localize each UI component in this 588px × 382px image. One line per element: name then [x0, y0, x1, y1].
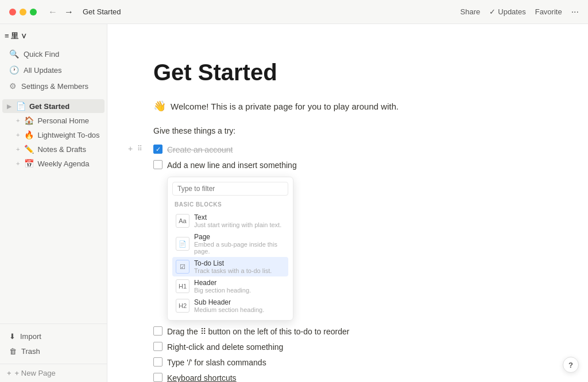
import-icon: ⬇: [9, 332, 16, 341]
content-area: Get Started 👋 Welcome! This is a private…: [107, 24, 588, 382]
sidebar-item-import[interactable]: ⬇ Import: [2, 329, 105, 344]
add-icon: +: [16, 117, 20, 124]
todo-text-keyboard-shortcuts: Keyboard shortcuts: [167, 372, 237, 382]
dropdown-item-desc: Track tasks with a to-do list.: [194, 267, 272, 274]
welcome-section: 👋 Welcome! This is a private page for yo…: [153, 100, 542, 112]
todo-item-slash-commands: Type '/' for slash commands: [153, 355, 542, 371]
page-label: Lightweight To-dos: [37, 131, 99, 139]
new-page-label: + New Page: [15, 369, 56, 377]
help-button[interactable]: ?: [563, 357, 579, 373]
add-icon: +: [16, 131, 20, 138]
close-button[interactable]: [9, 9, 16, 15]
sidebar-item-quick-find[interactable]: 🔍 Quick Find: [2, 46, 105, 61]
plus-icon: +: [7, 369, 11, 377]
expand-icon: ▶: [7, 132, 11, 138]
sidebar-item-get-started[interactable]: ▶ 📄 Get Started: [2, 99, 105, 113]
dropdown-item-name: Header: [194, 279, 251, 287]
welcome-text: Welcome! This is a private page for you …: [171, 102, 399, 111]
dropdown-item-header[interactable]: H1 Header Big section heading.: [172, 276, 288, 296]
updates-button[interactable]: ✓ Updates: [489, 7, 525, 16]
sidebar-item-personal-home[interactable]: ▶ + 🏠 Personal Home: [2, 114, 105, 127]
titlebar-actions: Share ✓ Updates Favorite ···: [461, 7, 579, 17]
sidebar-item-label: Settings & Members: [21, 82, 88, 91]
more-button[interactable]: ···: [571, 7, 579, 17]
favorite-button[interactable]: Favorite: [535, 7, 562, 16]
header-block-icon: H1: [176, 279, 189, 293]
try-label: Give these things a try:: [153, 126, 542, 135]
dropdown-item-text[interactable]: Aa Text Just start writing with plain te…: [172, 211, 288, 231]
page-title-header: Get Started: [83, 7, 121, 16]
fire-icon: 🔥: [24, 130, 34, 139]
new-page-button[interactable]: + + New Page: [0, 364, 107, 382]
todo-item-right-click: Right-click and delete something: [153, 340, 542, 355]
todo-checkbox-add-line[interactable]: [153, 160, 163, 169]
sidebar-item-settings[interactable]: ⚙ Settings & Members: [2, 79, 105, 93]
back-button[interactable]: ←: [46, 6, 60, 18]
main-layout: ≡ 里 ∨ 🔍 Quick Find 🕐 All Updates ⚙ Setti…: [0, 24, 588, 382]
dropdown-item-name: Sub Header: [194, 298, 264, 306]
todo-checkbox-slash-commands[interactable]: [153, 357, 163, 367]
workspace-name: ≡ 里 ∨: [5, 31, 27, 41]
share-button[interactable]: Share: [461, 7, 481, 16]
search-icon: 🔍: [9, 49, 19, 59]
workspace-header[interactable]: ≡ 里 ∨: [0, 29, 107, 44]
calendar-icon: 📅: [24, 159, 34, 168]
todo-text-create-account: Create an account: [167, 144, 233, 156]
home-icon: 🏠: [24, 116, 34, 125]
maximize-button[interactable]: [30, 9, 37, 15]
titlebar: ← → Get Started Share ✓ Updates Favorite…: [0, 0, 588, 24]
dropdown-item-name: To-do List: [194, 259, 272, 267]
page-title: Get Started: [153, 59, 542, 86]
page-icon: 📄: [16, 102, 26, 111]
insert-dropdown: BASIC BLOCKS Aa Text Just start writing …: [167, 177, 293, 321]
dropdown-item-subheader[interactable]: H2 Sub Header Medium section heading.: [172, 296, 288, 315]
trash-icon: 🗑: [9, 347, 17, 356]
drag-handle-icon[interactable]: ⠿: [137, 145, 142, 153]
gear-icon: ⚙: [9, 81, 17, 91]
dropdown-item-desc: Just start writing with plain text.: [194, 221, 281, 228]
keyboard-shortcuts-link[interactable]: Keyboard shortcuts: [167, 373, 237, 382]
nav-arrows: ← →: [46, 6, 76, 18]
todo-checkbox-right-click[interactable]: [153, 342, 163, 351]
dropdown-item-todo[interactable]: ☑ To-do List Track tasks with a to-do li…: [172, 257, 288, 276]
text-block-icon: Aa: [176, 214, 189, 228]
todo-item-create-account: + ⠿ Create an account: [153, 142, 542, 158]
dropdown-item-desc: Big section heading.: [194, 287, 251, 294]
pencil-icon: ✏️: [24, 145, 34, 154]
todo-list: + ⠿ Create an account Add a new line and…: [153, 142, 542, 382]
dropdown-item-page[interactable]: 📄 Page Embed a sub-page inside this page…: [172, 231, 288, 257]
page-label: Personal Home: [37, 116, 89, 125]
todo-item-drag-reorder: Drag the ⠿ button on the left of this to…: [153, 324, 542, 340]
todo-text-drag-reorder: Drag the ⠿ button on the left of this to…: [167, 326, 349, 338]
add-item-icon[interactable]: +: [128, 144, 133, 153]
trash-label: Trash: [21, 347, 40, 356]
sidebar-item-weekly-agenda[interactable]: ▶ + 📅 Weekly Agenda: [2, 157, 105, 170]
todo-checkbox-keyboard-shortcuts[interactable]: [153, 373, 163, 382]
sidebar-item-label: All Updates: [24, 66, 61, 75]
todo-text-slash-commands: Type '/' for slash commands: [167, 357, 266, 369]
sidebar-item-lightweight-todos[interactable]: ▶ + 🔥 Lightweight To-dos: [2, 128, 105, 142]
minimize-button[interactable]: [20, 9, 26, 15]
wave-emoji: 👋: [153, 100, 166, 112]
pages-section: ▶ 📄 Get Started ▶ + 🏠 Personal Home ▶ + …: [0, 99, 107, 323]
sidebar-item-notes-drafts[interactable]: ▶ + ✏️ Notes & Drafts: [2, 142, 105, 156]
add-icon: +: [16, 146, 20, 153]
check-icon: ✓: [489, 7, 496, 16]
import-label: Import: [20, 332, 41, 341]
dropdown-search-input[interactable]: [172, 182, 288, 196]
forward-button[interactable]: →: [62, 6, 76, 18]
sidebar: ≡ 里 ∨ 🔍 Quick Find 🕐 All Updates ⚙ Setti…: [0, 24, 107, 382]
dropdown-item-desc: Medium section heading.: [194, 306, 264, 313]
dropdown-item-name: Page: [194, 233, 285, 241]
sidebar-item-trash[interactable]: 🗑 Trash: [2, 344, 105, 358]
todo-checkbox-create-account[interactable]: [153, 145, 163, 154]
sidebar-item-all-updates[interactable]: 🕐 All Updates: [2, 63, 105, 77]
traffic-lights: [9, 9, 37, 15]
page-label: Notes & Drafts: [37, 145, 86, 154]
sidebar-bottom: ⬇ Import 🗑 Trash: [0, 323, 107, 364]
todo-item-add-line: Add a new line and insert something: [153, 158, 542, 173]
todo-block-icon: ☑: [176, 260, 189, 274]
sidebar-item-label: Quick Find: [24, 50, 59, 59]
todo-checkbox-drag-reorder[interactable]: [153, 326, 163, 336]
dropdown-item-desc: Embed a sub-page inside this page.: [194, 241, 285, 255]
